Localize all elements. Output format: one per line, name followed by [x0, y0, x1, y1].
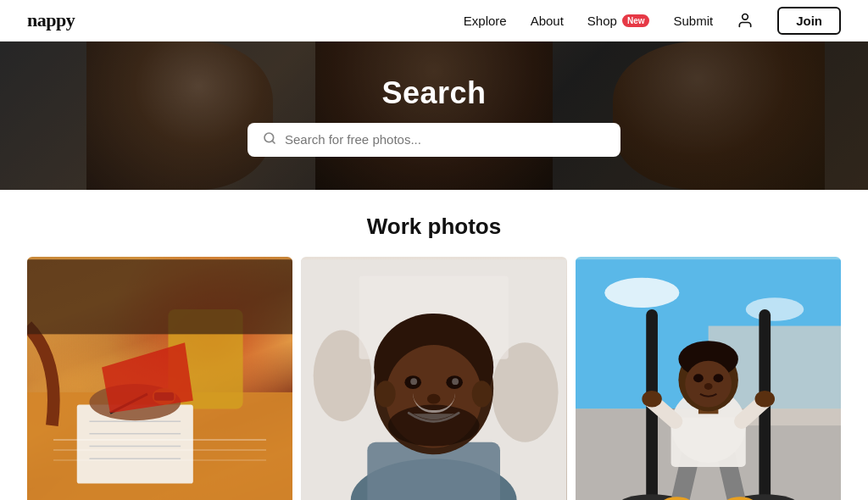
svg-point-52: [693, 374, 704, 382]
svg-point-34: [604, 278, 679, 308]
svg-line-2: [272, 141, 275, 143]
svg-point-35: [745, 297, 804, 320]
user-icon[interactable]: [737, 12, 754, 29]
join-button[interactable]: Join: [777, 7, 841, 35]
svg-point-53: [713, 374, 723, 382]
brand-logo[interactable]: nappy: [27, 9, 75, 31]
search-bar[interactable]: [248, 123, 620, 157]
svg-point-32: [472, 381, 492, 407]
section-title: Work photos: [27, 214, 841, 240]
svg-point-31: [376, 381, 395, 407]
hero-content: Search: [0, 75, 868, 157]
nav-shop-label: Shop: [587, 14, 617, 28]
search-icon: [263, 131, 276, 148]
svg-point-47: [754, 391, 775, 408]
svg-point-54: [704, 383, 712, 390]
svg-point-0: [743, 14, 748, 20]
photo-grid: [27, 257, 841, 500]
work-photos-section: Work photos: [0, 190, 868, 500]
photo-2-svg: [301, 257, 566, 500]
shop-new-badge: New: [622, 14, 650, 27]
navbar: nappy Explore About Shop New Submit Join: [0, 0, 868, 42]
nav-about[interactable]: About: [531, 14, 564, 28]
hero-section: Search: [0, 42, 868, 190]
photo-3-svg: [576, 257, 841, 500]
search-input[interactable]: [285, 132, 605, 147]
svg-point-27: [411, 378, 418, 385]
svg-rect-45: [670, 417, 745, 467]
photo-card-2[interactable]: [301, 257, 566, 500]
photo-card-3[interactable]: [576, 257, 841, 500]
nav-submit[interactable]: Submit: [673, 14, 713, 28]
nav-shop[interactable]: Shop New: [587, 14, 650, 28]
svg-point-28: [453, 378, 459, 385]
svg-point-30: [388, 405, 480, 447]
photo-1-svg: [27, 257, 292, 500]
svg-point-46: [642, 391, 662, 408]
svg-point-29: [427, 394, 441, 404]
photo-card-1[interactable]: [27, 257, 292, 500]
nav-explore[interactable]: Explore: [464, 14, 507, 28]
hero-title: Search: [381, 75, 486, 111]
nav-links: Explore About Shop New Submit Join: [464, 7, 841, 35]
svg-rect-14: [27, 259, 292, 334]
